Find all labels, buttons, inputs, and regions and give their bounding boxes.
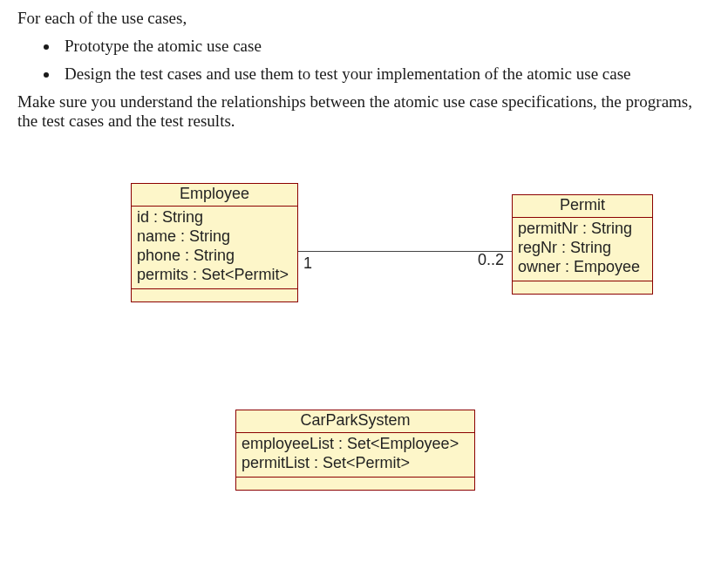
uml-class-name: Employee bbox=[132, 184, 297, 207]
uml-class-name: CarParkSystem bbox=[236, 410, 474, 433]
uml-multiplicity-left: 1 bbox=[303, 254, 312, 273]
uml-class-attributes: id : String name : String phone : String… bbox=[132, 207, 297, 289]
followup-paragraph: Make sure you understand the relationshi… bbox=[17, 92, 711, 131]
uml-class-operations bbox=[236, 478, 474, 490]
uml-class-name: Permit bbox=[513, 195, 652, 218]
uml-class-permit: Permit permitNr : String regNr : String … bbox=[512, 194, 653, 295]
lead-paragraph: For each of the use cases, bbox=[17, 9, 711, 28]
uml-attribute: name : String bbox=[137, 227, 292, 247]
uml-attribute: employeeList : Set<Employee> bbox=[242, 435, 469, 454]
uml-attribute: owner : Empoyee bbox=[518, 258, 647, 277]
uml-attribute: id : String bbox=[137, 208, 292, 227]
uml-class-operations bbox=[132, 289, 297, 301]
uml-class-attributes: employeeList : Set<Employee> permitList … bbox=[236, 433, 474, 478]
bullet-list: Prototype the atomic use case Design the… bbox=[17, 37, 711, 84]
uml-attribute: permitList : Set<Permit> bbox=[242, 454, 469, 473]
uml-attribute: permits : Set<Permit> bbox=[137, 266, 292, 285]
uml-class-attributes: permitNr : String regNr : String owner :… bbox=[513, 218, 652, 281]
uml-attribute: regNr : String bbox=[518, 239, 647, 258]
instruction-text: For each of the use cases, Prototype the… bbox=[17, 9, 711, 131]
uml-multiplicity-right: 0..2 bbox=[478, 251, 504, 269]
bullet-item: Design the test cases and use them to te… bbox=[59, 64, 711, 84]
uml-class-carparksystem: CarParkSystem employeeList : Set<Employe… bbox=[235, 410, 475, 491]
uml-class-employee: Employee id : String name : String phone… bbox=[131, 183, 298, 302]
bullet-item: Prototype the atomic use case bbox=[59, 37, 711, 56]
uml-attribute: phone : String bbox=[137, 247, 292, 266]
uml-class-diagram: Employee id : String name : String phone… bbox=[17, 157, 711, 532]
uml-attribute: permitNr : String bbox=[518, 220, 647, 239]
uml-class-operations bbox=[513, 281, 652, 294]
